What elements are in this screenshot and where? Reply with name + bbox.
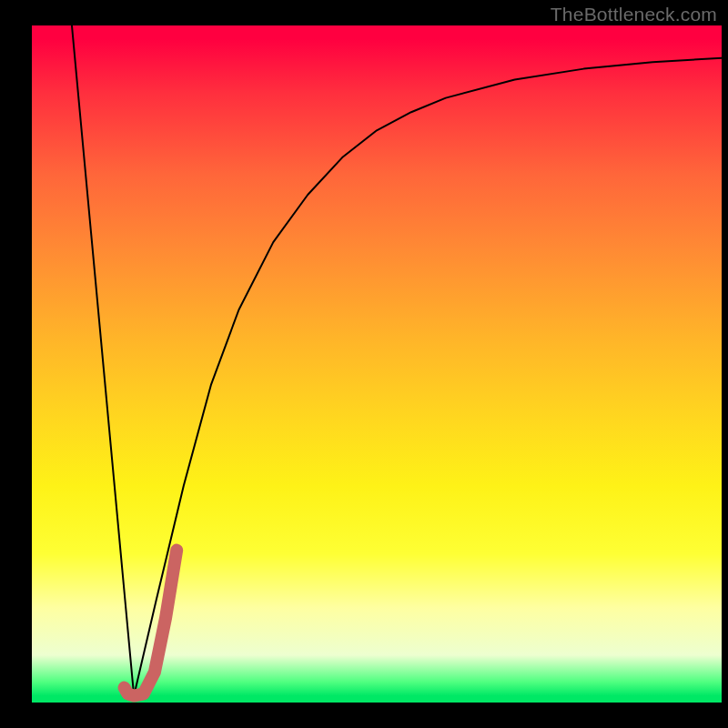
series-rising-curve: [134, 58, 722, 696]
chart-svg: [32, 25, 722, 703]
series-left-falling-line: [72, 25, 134, 696]
plot-area: [32, 25, 722, 703]
chart-frame: TheBottleneck.com: [0, 0, 728, 728]
watermark-text: TheBottleneck.com: [551, 4, 717, 25]
